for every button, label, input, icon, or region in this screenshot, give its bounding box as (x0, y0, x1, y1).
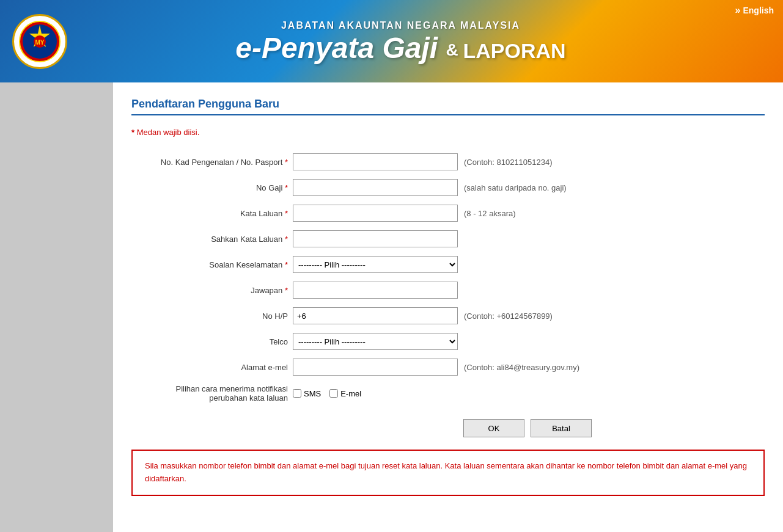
password-row: Kata Laluan * (8 - 12 aksara) (131, 200, 765, 226)
notice-box: Sila masukkan nombor telefon bimbit dan … (131, 450, 765, 496)
confirm-password-input-cell (290, 226, 461, 252)
password-hint: (8 - 12 aksara) (461, 200, 765, 226)
language-switch[interactable]: » English (735, 5, 774, 16)
sidebar (0, 82, 113, 532)
confirm-password-row: Sahkan Kata Laluan * (131, 226, 765, 252)
ok-button[interactable]: OK (463, 419, 524, 437)
gaji-input-cell (290, 175, 461, 200)
gaji-label: No Gaji * (131, 175, 290, 200)
notification-label: Pilihan cara menerima notifikasi perubah… (131, 380, 290, 407)
header-title: e-Penyata Gaji & LAPORAN (67, 34, 734, 63)
title-divider (131, 114, 765, 115)
sms-label: SMS (304, 389, 321, 398)
header: MY JABATAN AKAUNTAN NEGARA MALAYSIA e-Pe… (0, 0, 783, 82)
telco-cell: --------- Pilih --------- (290, 329, 461, 354)
security-question-label: Soalan Keselamatan * (131, 252, 290, 277)
phone-hint: (Contoh: +60124567899) (461, 303, 765, 329)
header-title-laporan: LAPORAN (463, 39, 566, 62)
phone-input-cell (290, 303, 461, 329)
email-checkbox[interactable] (329, 389, 338, 398)
telco-row: Telco --------- Pilih --------- (131, 329, 765, 354)
logo-area: MY (12, 14, 67, 69)
password-label: Kata Laluan * (131, 200, 290, 226)
telco-select[interactable]: --------- Pilih --------- (293, 333, 458, 350)
gaji-hint: (salah satu daripada no. gaji) (461, 175, 765, 200)
email-row: Alamat e-mel (Contoh: ali84@treasury.gov… (131, 354, 765, 380)
email-input-cell (290, 354, 461, 380)
email-option-label: E-mel (340, 389, 361, 398)
lang-arrow-icon: » (735, 5, 741, 16)
button-row: OK Batal (131, 419, 765, 437)
phone-label: No H/P (131, 303, 290, 329)
notification-checkboxes: SMS E-mel (293, 387, 459, 401)
header-title-ampersand: & (446, 40, 463, 59)
notification-row: Pilihan cara menerima notifikasi perubah… (131, 380, 765, 407)
email-option: E-mel (329, 389, 361, 398)
main-content: Pendaftaran Pengguna Baru * Medan wajib … (113, 82, 783, 532)
ic-row: No. Kad Pengenalan / No. Pasport * (Cont… (131, 149, 765, 175)
notification-options-cell: SMS E-mel (290, 380, 461, 407)
password-input-cell (290, 200, 461, 226)
header-subtitle: JABATAN AKAUNTAN NEGARA MALAYSIA (67, 20, 734, 31)
registration-form: No. Kad Pengenalan / No. Pasport * (Cont… (131, 149, 765, 407)
sms-checkbox[interactable] (293, 389, 301, 398)
sms-option: SMS (293, 389, 321, 398)
ic-input[interactable] (293, 153, 458, 170)
confirm-password-label: Sahkan Kata Laluan * (131, 226, 290, 252)
logo-emblem: MY (12, 14, 67, 69)
security-question-cell: --------- Pilih --------- (290, 252, 461, 277)
gaji-input[interactable] (293, 179, 458, 196)
answer-input-cell (290, 277, 461, 303)
phone-row: No H/P (Contoh: +60124567899) (131, 303, 765, 329)
svg-text:MY: MY (35, 39, 45, 46)
header-title-main: e-Penyata Gaji (235, 32, 438, 64)
cancel-button[interactable]: Batal (531, 419, 592, 437)
lang-label: English (743, 5, 774, 15)
email-hint: (Contoh: ali84@treasury.gov.my) (461, 354, 765, 380)
required-star: * (131, 128, 134, 137)
security-question-select[interactable]: --------- Pilih --------- (293, 256, 458, 273)
header-text: JABATAN AKAUNTAN NEGARA MALAYSIA e-Penya… (67, 20, 771, 63)
notice-text: Sila masukkan nombor telefon bimbit dan … (145, 460, 751, 486)
answer-row: Jawapan * (131, 277, 765, 303)
gaji-row: No Gaji * (salah satu daripada no. gaji) (131, 175, 765, 200)
answer-label: Jawapan * (131, 277, 290, 303)
security-question-row: Soalan Keselamatan * --------- Pilih ---… (131, 252, 765, 277)
required-note: * Medan wajib diisi. (131, 128, 765, 137)
ic-input-cell (290, 149, 461, 175)
phone-input[interactable] (293, 307, 458, 324)
answer-input[interactable] (293, 282, 458, 299)
ic-hint: (Contoh: 810211051234) (461, 149, 765, 175)
ic-label: No. Kad Pengenalan / No. Pasport * (131, 149, 290, 175)
telco-label: Telco (131, 329, 290, 354)
email-input[interactable] (293, 359, 458, 376)
email-label: Alamat e-mel (131, 354, 290, 380)
confirm-password-input[interactable] (293, 230, 458, 247)
page-title: Pendaftaran Pengguna Baru (131, 98, 765, 111)
password-input[interactable] (293, 205, 458, 222)
